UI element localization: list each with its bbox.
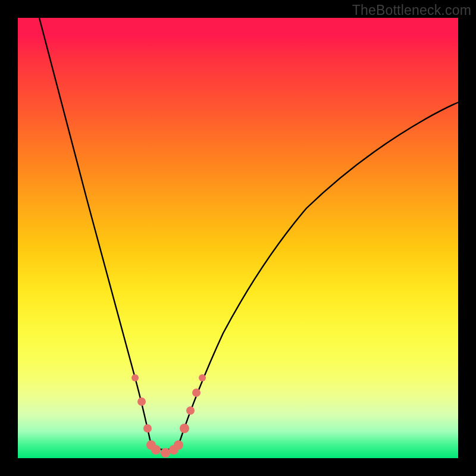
- marker: [143, 424, 152, 433]
- curve-right-arm: [178, 102, 458, 445]
- marker-group: [131, 374, 206, 458]
- chart-frame: TheBottleneck.com: [0, 0, 476, 476]
- marker: [131, 374, 139, 381]
- marker: [161, 448, 170, 458]
- marker: [186, 406, 195, 415]
- marker: [192, 389, 201, 397]
- chart-plot-area: [18, 18, 458, 458]
- marker: [137, 397, 146, 406]
- marker: [151, 445, 161, 455]
- marker: [174, 440, 183, 450]
- chart-svg: [18, 18, 458, 458]
- watermark-text: TheBottleneck.com: [352, 2, 471, 18]
- marker: [199, 374, 206, 381]
- marker: [180, 424, 189, 433]
